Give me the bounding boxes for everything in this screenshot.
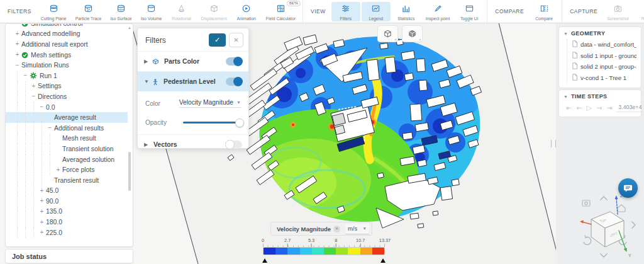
geometry-item-solid-2-input-gr[interactable]: solid 2 input - group-all... bbox=[572, 61, 636, 72]
tree-item-180-0[interactable]: +180.0 bbox=[6, 217, 128, 227]
tool-iso-surface[interactable]: Iso Surface bbox=[106, 2, 135, 21]
expand-icon[interactable]: + bbox=[38, 227, 46, 238]
tool-particle-trace[interactable]: Particle Trace bbox=[72, 2, 106, 21]
tree-item-135-0[interactable]: +135.0 bbox=[6, 207, 128, 217]
tool-displacement[interactable]: Displacement bbox=[197, 2, 231, 21]
tree-item-225-0[interactable]: +225.0 bbox=[6, 227, 128, 238]
tool-rotational[interactable]: Rotational bbox=[167, 2, 196, 21]
home-icon[interactable] bbox=[618, 205, 625, 212]
tree-item-transient-result[interactable]: Transient result bbox=[6, 175, 128, 186]
tool-animation[interactable]: Animation bbox=[232, 2, 261, 21]
tool-cutting-plane[interactable]: Cutting Plane bbox=[37, 2, 70, 21]
expand-icon[interactable]: + bbox=[38, 217, 46, 227]
first-step-button[interactable]: ⇤ bbox=[566, 105, 572, 112]
range-min-handle[interactable] bbox=[262, 258, 267, 263]
apply-filters-button[interactable]: ✓ bbox=[209, 33, 226, 47]
opacity-slider-knob[interactable] bbox=[235, 118, 244, 127]
opacity-slider[interactable] bbox=[183, 122, 241, 123]
tool-inspect-point[interactable]: Inspect point bbox=[422, 2, 454, 21]
chevron-right-icon[interactable]: ▶ bbox=[144, 59, 152, 64]
collapse-icon[interactable]: − bbox=[13, 60, 21, 71]
expand-icon[interactable]: + bbox=[13, 29, 21, 39]
tree-indent-guide bbox=[30, 207, 38, 217]
tree-item-transient-solution[interactable]: Transient solution bbox=[6, 144, 128, 154]
solid-view-button[interactable] bbox=[402, 25, 423, 42]
filter-row-vectors[interactable]: ▶ Vectors bbox=[138, 134, 248, 154]
collapse-icon[interactable]: − bbox=[38, 102, 46, 112]
expand-icon[interactable]: + bbox=[30, 81, 38, 91]
remove-field-icon[interactable]: ✕ bbox=[333, 226, 340, 232]
collapse-icon[interactable]: − bbox=[46, 123, 54, 133]
geometry-panel-header[interactable]: ▼ GEOMETRY bbox=[564, 30, 636, 37]
tree-item-run-1[interactable]: −Run 1 bbox=[6, 71, 128, 81]
tree-indent-guide bbox=[30, 144, 38, 154]
geometry-item-label: data - wind_comfort_su... bbox=[580, 41, 636, 48]
tree-item-0-0[interactable]: −0.0 bbox=[6, 102, 128, 113]
rotate-ccw-icon[interactable] bbox=[584, 235, 591, 244]
tree-item-force-plots[interactable]: +Force plots bbox=[6, 164, 128, 175]
tree-item-mesh-result[interactable]: Mesh result bbox=[6, 134, 128, 144]
tree-item-average-result[interactable]: Average result bbox=[6, 112, 128, 123]
tool-statistics[interactable]: Statistics bbox=[392, 2, 421, 21]
panel-resize-handle[interactable] bbox=[551, 140, 556, 147]
play-button[interactable]: ▷ bbox=[586, 105, 591, 112]
tool-field-calculator[interactable]: BETAField Calculator bbox=[262, 2, 299, 21]
tool-iso-volume[interactable]: Iso Volume bbox=[137, 2, 166, 21]
tool-legend[interactable]: Legend bbox=[362, 2, 391, 21]
time-steps-header[interactable]: ▼ TIME STEPS bbox=[564, 93, 636, 100]
collapse-icon[interactable]: − bbox=[21, 71, 30, 81]
tool-toggle-ui[interactable]: Toggle UI bbox=[455, 2, 484, 21]
tilt-up-icon[interactable] bbox=[601, 197, 607, 200]
tree-item-mesh-settings[interactable]: +Mesh settings bbox=[6, 50, 128, 60]
tree-item-settings[interactable]: +Settings bbox=[6, 81, 128, 92]
tree-item-label: Mesh settings bbox=[31, 52, 71, 59]
expand-icon[interactable]: + bbox=[13, 39, 21, 49]
chevron-down-icon[interactable]: ▼ bbox=[144, 79, 152, 84]
last-step-button[interactable]: ⇥ bbox=[606, 105, 612, 112]
color-field-dropdown[interactable]: Velocity Magnitude ▼ bbox=[179, 99, 241, 108]
rotate-right-icon[interactable] bbox=[632, 222, 635, 228]
camera-icon[interactable] bbox=[582, 200, 590, 206]
pedestrian-level-toggle[interactable] bbox=[226, 77, 242, 86]
tree-item-simulation-runs[interactable]: −Simulation Runs bbox=[6, 60, 128, 71]
tree-scrollbar[interactable]: ▲ bbox=[127, 26, 131, 244]
filter-row-pedestrian-level[interactable]: ▼ Pedestrian Level bbox=[138, 71, 248, 91]
range-max-handle[interactable] bbox=[380, 258, 386, 263]
tree-item-directions[interactable]: −Directions bbox=[6, 91, 128, 102]
tree-item-averaged-solution[interactable]: Averaged solution bbox=[6, 154, 128, 165]
tree-item-45-0[interactable]: +45.0 bbox=[6, 186, 128, 197]
tree-item-advanced-modelling[interactable]: +Advanced modelling bbox=[6, 29, 128, 40]
tree-item-additional-results[interactable]: −Additional results bbox=[6, 123, 128, 134]
filter-row-parts-color[interactable]: ▶ Parts Color bbox=[138, 51, 248, 71]
orientation-widget[interactable]: TOP LEFT Z Y bbox=[580, 189, 643, 264]
unit-dropdown[interactable]: m/s ▼ bbox=[345, 224, 369, 234]
support-chat-button[interactable] bbox=[618, 178, 638, 198]
tool-filters[interactable]: Filters bbox=[331, 2, 360, 21]
time-value-field[interactable]: 3.403e+4 bbox=[616, 104, 643, 112]
tree-item-90-0[interactable]: +90.0 bbox=[6, 196, 128, 207]
tool-compare[interactable]: Compare bbox=[530, 2, 558, 21]
close-filters-button[interactable]: ✕ bbox=[229, 33, 243, 47]
geometry-item-data-wind-comfor[interactable]: data - wind_comfort_su... bbox=[572, 39, 636, 50]
tool-screenshot[interactable]: Screenshot bbox=[603, 2, 632, 21]
vectors-toggle[interactable] bbox=[226, 141, 242, 149]
next-step-button[interactable]: → bbox=[596, 105, 602, 112]
geometry-item-solid-1-input-gr[interactable]: solid 1 input - ground bbox=[572, 50, 636, 62]
geometry-item-v-cond-1-tree-1[interactable]: v-cond 1 - Tree 1 bbox=[572, 72, 636, 84]
parts-color-toggle[interactable] bbox=[226, 57, 242, 66]
wireframe-view-button[interactable] bbox=[377, 25, 398, 42]
tree-item-additional-result-export[interactable]: +Additional result export bbox=[6, 39, 128, 50]
chevron-right-icon[interactable]: ▶ bbox=[144, 142, 152, 147]
tilt-down-icon[interactable] bbox=[601, 254, 607, 257]
expand-icon[interactable]: + bbox=[38, 207, 46, 217]
scroll-up-icon[interactable]: ▲ bbox=[128, 26, 131, 30]
expand-icon[interactable]: + bbox=[54, 165, 62, 175]
expand-icon[interactable]: + bbox=[13, 50, 21, 60]
job-status-bar[interactable]: Job status bbox=[5, 249, 133, 263]
previous-step-button[interactable]: ← bbox=[576, 105, 582, 112]
tool-record[interactable]: BETARecord bbox=[634, 2, 644, 21]
collapse-icon[interactable]: − bbox=[30, 91, 38, 101]
tree-item-simulation-control[interactable]: Simulation control bbox=[6, 23, 128, 29]
expand-icon[interactable]: + bbox=[38, 196, 46, 206]
expand-icon[interactable]: + bbox=[38, 186, 46, 196]
